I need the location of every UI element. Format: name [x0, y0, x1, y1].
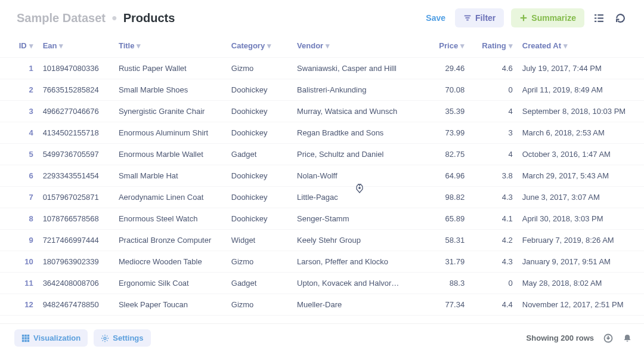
filter-button[interactable]: Filter [455, 8, 504, 27]
cell-rating[interactable]: 3.8 [469, 165, 518, 187]
cell-price[interactable]: 65.89 [419, 208, 469, 230]
cell-vendor[interactable]: Little-Pagac [292, 187, 419, 208]
cell-rating[interactable]: 4.2 [469, 230, 518, 251]
table-row[interactable]: 27663515285824Small Marble ShoesDoohicke… [0, 79, 644, 101]
cell-rating[interactable]: 4.4 [469, 294, 518, 316]
refresh-icon[interactable] [613, 11, 627, 25]
table-row[interactable]: 130388568209871Synergistic Steel ChairGi… [0, 316, 644, 319]
cell-vendor[interactable]: Nolan-Wolff [292, 165, 419, 187]
table-row[interactable]: 129482467478850Sleek Paper ToucanGizmoMu… [0, 294, 644, 316]
cell-price[interactable]: 98.82 [419, 187, 469, 208]
cell-category[interactable]: Widget [227, 230, 292, 251]
cell-category[interactable]: Doohickey [227, 101, 292, 122]
cell-title[interactable]: Synergistic Steel Chair [114, 316, 227, 319]
cell-title[interactable]: Ergonomic Silk Coat [114, 273, 227, 294]
cell-category[interactable]: Doohickey [227, 208, 292, 230]
cell-category[interactable]: Doohickey [227, 187, 292, 208]
table-row[interactable]: 81078766578568Enormous Steel WatchDoohic… [0, 208, 644, 230]
cell-vendor[interactable]: Keely Stehr Group [292, 230, 419, 251]
cell-ean[interactable]: 3642408008706 [38, 273, 114, 294]
cell-vendor[interactable]: Senger-Stamm [292, 208, 419, 230]
cell-created[interactable]: July 19, 2017, 7:44 PM [518, 58, 644, 79]
cell-rating[interactable]: 3 [469, 122, 518, 144]
cell-title[interactable]: Mediocre Wooden Table [114, 251, 227, 273]
cell-created[interactable]: May 24, 2016, 11:08 PM [518, 316, 644, 319]
cell-vendor[interactable]: Mueller-Dare [292, 294, 419, 316]
cell-category[interactable]: Gizmo [227, 316, 292, 319]
cell-rating[interactable]: 0 [469, 316, 518, 319]
col-header-price[interactable]: Price▾ [419, 34, 469, 58]
col-header-vendor[interactable]: Vendor▾ [292, 34, 419, 58]
cell-title[interactable]: Sleek Paper Toucan [114, 294, 227, 316]
breadcrumb-dataset[interactable]: Sample Dataset [17, 11, 106, 25]
table-row[interactable]: 101807963902339Mediocre Wooden TableGizm… [0, 251, 644, 273]
cell-id[interactable]: 1 [0, 58, 38, 79]
cell-ean[interactable]: 7663515285824 [38, 79, 114, 101]
cell-ean[interactable]: 4966277046676 [38, 101, 114, 122]
cell-created[interactable]: May 28, 2018, 8:02 AM [518, 273, 644, 294]
table-row[interactable]: 44134502155718Enormous Aluminum ShirtDoo… [0, 122, 644, 144]
cell-title[interactable]: Enormous Marble Wallet [114, 144, 227, 165]
table-row[interactable]: 70157967025871Aerodynamic Linen CoatDooh… [0, 187, 644, 208]
cell-title[interactable]: Small Marble Shoes [114, 79, 227, 101]
col-header-ean[interactable]: Ean▾ [38, 34, 114, 58]
cell-rating[interactable]: 0 [469, 79, 518, 101]
cell-ean[interactable]: 0388568209871 [38, 316, 114, 319]
cell-price[interactable]: 29.46 [419, 58, 469, 79]
cell-title[interactable]: Small Marble Hat [114, 165, 227, 187]
cell-created[interactable]: June 3, 2017, 3:07 AM [518, 187, 644, 208]
cell-title[interactable]: Aerodynamic Linen Coat [114, 187, 227, 208]
cell-rating[interactable]: 4.1 [469, 208, 518, 230]
cell-title[interactable]: Enormous Aluminum Shirt [114, 122, 227, 144]
cell-rating[interactable]: 4.6 [469, 58, 518, 79]
save-button[interactable]: Save [423, 10, 448, 26]
bell-icon[interactable] [623, 334, 632, 343]
cell-vendor[interactable]: Balistreri-Ankunding [292, 79, 419, 101]
table-row[interactable]: 113642408008706Ergonomic Silk CoatGadget… [0, 273, 644, 294]
cell-id[interactable]: 5 [0, 144, 38, 165]
cell-title[interactable]: Enormous Steel Watch [114, 208, 227, 230]
cell-category[interactable]: Doohickey [227, 79, 292, 101]
cell-price[interactable]: 88.3 [419, 273, 469, 294]
cell-category[interactable]: Gizmo [227, 251, 292, 273]
settings-button[interactable]: Settings [94, 329, 150, 347]
cell-vendor[interactable]: Larson, Pfeffer and Klocko [292, 251, 419, 273]
cell-rating[interactable]: 4 [469, 144, 518, 165]
cell-ean[interactable]: 1807963902339 [38, 251, 114, 273]
cell-created[interactable]: January 9, 2017, 9:51 AM [518, 251, 644, 273]
cell-id[interactable]: 8 [0, 208, 38, 230]
cell-category[interactable]: Doohickey [227, 122, 292, 144]
col-header-rating[interactable]: Rating▾ [469, 34, 518, 58]
cell-id[interactable]: 12 [0, 294, 38, 316]
cell-category[interactable]: Gadget [227, 273, 292, 294]
cell-id[interactable]: 2 [0, 79, 38, 101]
cell-created[interactable]: February 7, 2019, 8:26 AM [518, 230, 644, 251]
cell-ean[interactable]: 1018947080336 [38, 58, 114, 79]
cell-price[interactable]: 31.79 [419, 251, 469, 273]
cell-price[interactable]: 70.08 [419, 79, 469, 101]
cell-price[interactable]: 64.96 [419, 165, 469, 187]
table-row[interactable]: 62293343551454Small Marble HatDoohickeyN… [0, 165, 644, 187]
cell-price[interactable]: 58.31 [419, 230, 469, 251]
cell-price[interactable]: 82.75 [419, 144, 469, 165]
cell-id[interactable]: 10 [0, 251, 38, 273]
cell-created[interactable]: March 29, 2017, 5:43 AM [518, 165, 644, 187]
col-header-created[interactable]: Created At▾ [518, 34, 644, 58]
editor-icon[interactable] [592, 11, 606, 25]
cell-title[interactable]: Rustic Paper Wallet [114, 58, 227, 79]
cell-price[interactable]: 75.09 [419, 316, 469, 319]
cell-id[interactable]: 7 [0, 187, 38, 208]
cell-rating[interactable]: 0 [469, 273, 518, 294]
cell-category[interactable]: Doohickey [227, 165, 292, 187]
cell-created[interactable]: April 11, 2019, 8:49 AM [518, 79, 644, 101]
cell-ean[interactable]: 4134502155718 [38, 122, 114, 144]
cell-vendor[interactable]: Price, Schultz and Daniel [292, 144, 419, 165]
cell-created[interactable]: October 3, 2016, 1:47 AM [518, 144, 644, 165]
cell-vendor[interactable]: Murray, Watsica and Wunsch [292, 101, 419, 122]
cell-created[interactable]: April 30, 2018, 3:03 PM [518, 208, 644, 230]
cell-title[interactable]: Synergistic Granite Chair [114, 101, 227, 122]
cell-id[interactable]: 4 [0, 122, 38, 144]
cell-category[interactable]: Gizmo [227, 294, 292, 316]
cell-rating[interactable]: 4 [469, 101, 518, 122]
cell-created[interactable]: November 12, 2017, 2:51 PM [518, 294, 644, 316]
